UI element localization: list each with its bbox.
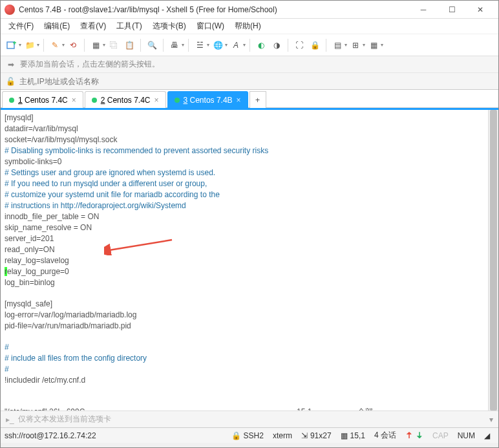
terminal[interactable]: [mysqld] datadir=/var/lib/mysql socket=/… [1, 110, 498, 411]
tile-button[interactable]: ▤ [330, 38, 345, 52]
status-term: xterm [273, 431, 292, 440]
compose-button[interactable]: ⊞ [348, 38, 363, 52]
dropdown-icon[interactable]: ▾ [381, 42, 383, 48]
copy-button[interactable]: ⿻ [107, 38, 121, 52]
separator [288, 39, 288, 52]
separator [43, 39, 44, 52]
minimize-button[interactable]: ─ [409, 1, 438, 19]
close-tab-icon[interactable]: × [72, 96, 76, 105]
send-placeholder[interactable]: 仅将文本发送到当前选项卡 [18, 414, 111, 425]
window-titlebar: Centos 7.4B - root@slave1:/var/lib/mysql… [1, 1, 498, 19]
lock-icon: 🔒 [231, 431, 241, 440]
status-updown: 🠅🠇 [405, 431, 423, 440]
close-button[interactable]: ✕ [466, 1, 494, 19]
address-bar: 🔓 [1, 73, 498, 90]
app-icon [5, 5, 15, 15]
prompt-icon: ▸_ [6, 415, 14, 424]
status-pos: ▦15,1 [341, 431, 365, 440]
menu-view[interactable]: 查看(V) [76, 19, 110, 33]
grid-icon: ▦ [341, 431, 348, 440]
close-tab-icon[interactable]: × [154, 96, 158, 105]
menu-help[interactable]: 帮助(H) [231, 19, 265, 33]
dropdown-icon[interactable]: ▾ [363, 42, 365, 48]
tab-3[interactable]: 3 Centos 7.4B × [167, 91, 248, 108]
log-button[interactable]: ☱ [193, 38, 207, 52]
tab-label: 1 Centos 7.4C [18, 96, 68, 105]
dropdown-icon[interactable]: ▾ [243, 42, 246, 48]
open-button[interactable]: 📁 [23, 38, 37, 52]
menu-file[interactable]: 文件(F) [5, 19, 37, 33]
menu-edit[interactable]: 编辑(E) [40, 19, 74, 33]
dropdown-icon[interactable]: ▾ [19, 42, 21, 48]
maximize-button[interactable]: ☐ [438, 1, 466, 19]
tab-2[interactable]: 2 Centos 7.4C × [85, 91, 166, 108]
globe-button[interactable]: 🌐 [211, 38, 225, 52]
scrollbar-thumb[interactable] [490, 110, 497, 411]
menu-tools[interactable]: 工具(T) [112, 19, 145, 33]
separator [84, 39, 85, 52]
separator [188, 39, 189, 52]
new-session-button[interactable] [5, 38, 19, 52]
lock-icon: 🔓 [6, 77, 16, 86]
status-sessions: 4 会话 [374, 430, 396, 441]
send-dropdown-icon[interactable]: ▾ [489, 415, 493, 424]
xpass-button[interactable]: ◑ [270, 38, 284, 52]
highlight-button[interactable]: ✎ [48, 38, 62, 52]
separator [326, 39, 326, 52]
down-arrow-icon: 🠇 [416, 431, 423, 440]
dropdown-icon[interactable]: ▾ [103, 42, 105, 48]
separator [140, 39, 141, 52]
disconnect-button[interactable]: ⟲ [66, 38, 80, 52]
menu-window[interactable]: 窗口(W) [193, 19, 228, 33]
status-size: ⇲91x27 [301, 431, 332, 440]
tab-1[interactable]: 1 Centos 7.4C × [2, 91, 83, 108]
menu-bar: 文件(F) 编辑(E) 查看(V) 工具(T) 选项卡(B) 窗口(W) 帮助(… [1, 19, 498, 34]
lock-button[interactable]: 🔒 [308, 38, 322, 52]
dropdown-icon[interactable]: ▾ [37, 42, 39, 48]
font-button[interactable]: A [229, 38, 243, 52]
up-arrow-icon: 🠅 [405, 431, 413, 440]
new-tab-button[interactable]: + [250, 91, 266, 108]
status-dot-icon [9, 98, 14, 103]
separator [163, 39, 164, 52]
status-bar: ssh://root@172.16.2.74:22 🔒SSH2 xterm ⇲9… [1, 427, 498, 443]
dropdown-icon[interactable]: ▾ [182, 42, 184, 48]
send-bar: ▸_ 仅将文本发送到当前选项卡 ▾ [1, 411, 498, 427]
separator [250, 39, 250, 52]
status-dot-icon [92, 98, 97, 103]
status-cap: CAP [432, 431, 449, 440]
status-ssh: ssh://root@172.16.2.74:22 [5, 431, 222, 440]
xagent-button[interactable]: ◐ [254, 38, 268, 52]
dropdown-icon[interactable]: ▾ [207, 42, 209, 48]
arrow-icon[interactable]: ➡ [6, 59, 16, 70]
scrollbar[interactable] [488, 110, 498, 411]
fullscreen-button[interactable]: ⛶ [292, 38, 306, 52]
status-dot-icon [175, 98, 180, 103]
menu-tabs[interactable]: 选项卡(B) [149, 19, 190, 33]
window-title: Centos 7.4B - root@slave1:/var/lib/mysql… [19, 5, 409, 14]
dropdown-icon[interactable]: ▾ [62, 42, 65, 48]
status-sshver: 🔒SSH2 [231, 431, 264, 440]
tab-label: 2 Centos 7.4C [101, 96, 151, 105]
hint-text: 要添加当前会话，点击左侧的箭头按钮。 [20, 59, 160, 70]
dropdown-icon[interactable]: ▾ [225, 42, 228, 48]
tab-bar: 1 Centos 7.4C × 2 Centos 7.4C × 3 Centos… [1, 90, 498, 108]
resize-icon: ⇲ [301, 431, 308, 440]
print-button[interactable]: 🖶 [167, 38, 182, 52]
terminal-wrap: [mysqld] datadir=/var/lib/mysql socket=/… [1, 108, 498, 411]
find-button[interactable]: 🔍 [145, 38, 159, 52]
resize-grip-icon[interactable]: ◢ [484, 431, 494, 440]
close-tab-icon[interactable]: × [237, 96, 241, 105]
toolbar: ▾ 📁▾ ✎▾ ⟲ ▦▾ ⿻ 📋 🔍 🖶▾ ☱▾ 🌐▾ A▾ ◐ ◑ ⛶ 🔒 ▤… [1, 34, 498, 56]
hint-bar: ➡ 要添加当前会话，点击左侧的箭头按钮。 [1, 56, 498, 73]
status-num: NUM [458, 431, 475, 440]
paste-button[interactable]: 📋 [122, 38, 136, 52]
properties-button[interactable]: ▦ [89, 38, 103, 52]
view-button[interactable]: ▦ [366, 38, 381, 52]
dropdown-icon[interactable]: ▾ [345, 42, 347, 48]
address-input[interactable] [19, 77, 493, 86]
tab-label: 3 Centos 7.4B [184, 96, 233, 105]
